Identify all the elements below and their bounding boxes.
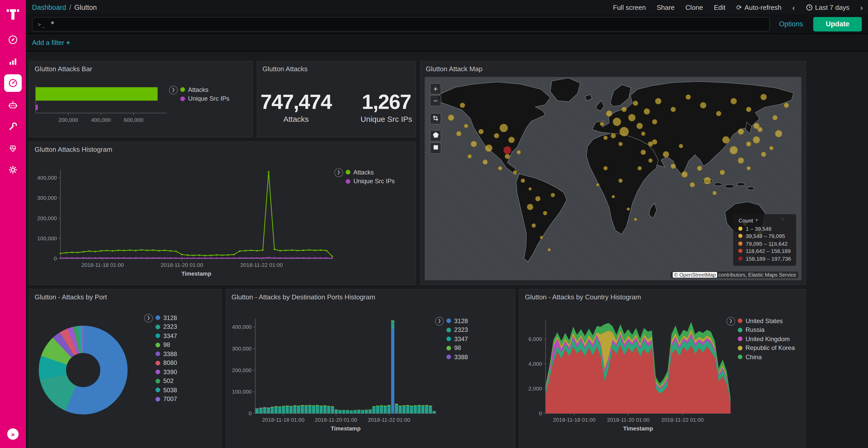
legend-item[interactable]: 2323 xyxy=(156,322,177,331)
map-point[interactable] xyxy=(713,191,717,195)
map-draw-rectangle-button[interactable] xyxy=(430,142,441,154)
legend-item[interactable]: 8080 xyxy=(156,358,177,368)
map-point[interactable] xyxy=(521,179,525,183)
map-point[interactable] xyxy=(603,136,608,140)
legend-item[interactable]: Republic of Korea xyxy=(738,343,795,352)
edit-button[interactable]: Edit xyxy=(714,3,725,11)
clone-button[interactable]: Clone xyxy=(685,3,703,11)
map-point-high-count[interactable] xyxy=(503,146,512,154)
map-point[interactable] xyxy=(761,94,767,100)
legend-item[interactable]: 502 xyxy=(156,377,177,385)
map-point[interactable] xyxy=(720,170,725,175)
map-point[interactable] xyxy=(738,157,744,163)
auto-refresh-button[interactable]: ⟳ Auto-refresh xyxy=(736,3,781,11)
map-point[interactable] xyxy=(517,150,521,154)
map-point[interactable] xyxy=(671,164,676,169)
map-point[interactable] xyxy=(700,102,707,108)
map-fit-bounds-button[interactable] xyxy=(430,113,441,125)
legend-item[interactable]: Russia xyxy=(738,325,795,335)
map-point[interactable] xyxy=(618,142,623,146)
map-point[interactable] xyxy=(704,177,711,184)
legend-toggle-icon[interactable]: ❯ xyxy=(726,317,735,326)
map-draw-polygon-button[interactable] xyxy=(430,130,441,141)
map-point[interactable] xyxy=(636,123,643,129)
map-point[interactable] xyxy=(689,182,695,187)
sidebar-item-discover[interactable] xyxy=(0,29,26,50)
map-point[interactable] xyxy=(769,146,773,150)
map-point[interactable] xyxy=(460,103,465,108)
map-point[interactable] xyxy=(551,193,555,197)
legend-item[interactable]: United Kingdom xyxy=(738,335,795,343)
legend-toggle-icon[interactable]: ❯ xyxy=(435,317,444,326)
map-point[interactable] xyxy=(613,117,621,126)
map-point[interactable] xyxy=(644,108,650,114)
map-point[interactable] xyxy=(686,95,691,100)
map-point[interactable] xyxy=(508,137,514,143)
map-point[interactable] xyxy=(494,133,499,139)
legend-item[interactable]: United States xyxy=(738,316,795,325)
time-forward-button[interactable]: › xyxy=(860,3,863,12)
map-point[interactable] xyxy=(535,196,540,202)
map-point[interactable] xyxy=(679,144,683,148)
map-point[interactable] xyxy=(622,107,627,112)
map-point[interactable] xyxy=(628,114,636,121)
sidebar-item-dev-tools[interactable] xyxy=(0,115,26,137)
map-point[interactable] xyxy=(652,119,657,124)
legend-item[interactable]: Unique Src IPs xyxy=(180,94,229,103)
legend-item[interactable]: Attacks xyxy=(180,85,229,94)
tmobile-logo[interactable] xyxy=(0,0,26,29)
legend-toggle-icon[interactable]: ❯ xyxy=(169,86,178,95)
map-point[interactable] xyxy=(505,153,510,159)
osm-attribution-link[interactable]: © OpenStreetMap xyxy=(673,272,717,278)
map-point[interactable] xyxy=(772,115,778,120)
map-point[interactable] xyxy=(652,139,657,144)
map-point[interactable] xyxy=(448,114,454,121)
map-point[interactable] xyxy=(637,167,642,171)
sidebar-item-management[interactable] xyxy=(0,159,26,181)
map-point[interactable] xyxy=(784,103,789,108)
legend-item[interactable]: 3388 xyxy=(156,349,177,358)
map-point[interactable] xyxy=(513,170,517,174)
legend-item[interactable]: 3347 xyxy=(156,331,177,340)
map-point[interactable] xyxy=(641,150,646,155)
map-point[interactable] xyxy=(752,136,760,143)
map-point[interactable] xyxy=(633,101,638,106)
map-point[interactable] xyxy=(663,151,669,157)
map-point[interactable] xyxy=(612,195,615,199)
sidebar-item-honeypot-app[interactable] xyxy=(0,94,26,115)
sidebar-item-visualize[interactable] xyxy=(0,50,26,72)
map-point[interactable] xyxy=(468,154,472,158)
map-point[interactable] xyxy=(747,167,751,171)
map-point[interactable] xyxy=(738,129,744,135)
map-point[interactable] xyxy=(746,107,751,112)
map-point[interactable] xyxy=(722,136,730,143)
legend-item[interactable]: 98 xyxy=(156,340,177,349)
legend-item[interactable]: 7007 xyxy=(156,394,177,404)
legend-item[interactable]: 3128 xyxy=(446,316,468,325)
map-point[interactable] xyxy=(730,146,738,154)
sidebar-item-monitoring[interactable] xyxy=(0,137,26,159)
legend-item[interactable]: 3128 xyxy=(156,313,177,322)
map-point[interactable] xyxy=(606,110,612,117)
map-point[interactable] xyxy=(599,122,604,126)
map-point[interactable] xyxy=(618,179,623,183)
map-point[interactable] xyxy=(540,236,543,239)
options-link[interactable]: Options xyxy=(779,20,803,28)
full-screen-button[interactable]: Full screen xyxy=(613,3,646,11)
map-point[interactable] xyxy=(543,211,548,215)
map-point[interactable] xyxy=(620,127,629,137)
map-point[interactable] xyxy=(757,127,763,132)
map-point[interactable] xyxy=(697,166,702,171)
time-range-picker[interactable]: Last 7 days xyxy=(806,3,849,11)
map-point[interactable] xyxy=(731,98,737,105)
time-back-button[interactable]: ‹ xyxy=(792,3,795,12)
update-button[interactable]: Update xyxy=(813,17,862,31)
share-button[interactable]: Share xyxy=(657,3,675,11)
map-zoom-in-button[interactable]: + xyxy=(430,83,441,95)
attack-map[interactable]: + − xyxy=(425,77,801,280)
map-point[interactable] xyxy=(529,187,532,190)
legend-item[interactable]: Attacks xyxy=(346,168,395,177)
legend-item[interactable]: 3390 xyxy=(156,368,177,377)
port-donut-chart[interactable] xyxy=(39,326,128,414)
map-point[interactable] xyxy=(655,98,661,105)
